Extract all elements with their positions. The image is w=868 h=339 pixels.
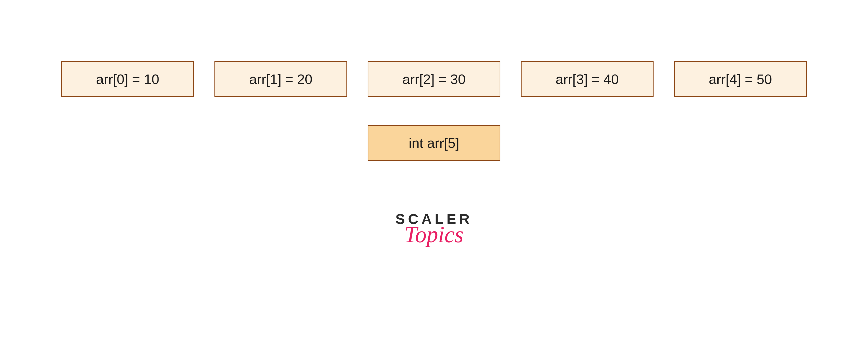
array-cell-label: arr[4] = 50	[709, 71, 772, 87]
array-cell-label: arr[0] = 10	[96, 71, 159, 87]
array-declaration-cell: int arr[5]	[368, 125, 500, 161]
logo-topics-text: Topics	[404, 223, 464, 246]
array-cell-3: arr[3] = 40	[521, 61, 654, 97]
array-elements-row: arr[0] = 10 arr[1] = 20 arr[2] = 30 arr[…	[0, 0, 868, 97]
array-cell-4: arr[4] = 50	[674, 61, 807, 97]
array-cell-label: arr[2] = 30	[402, 71, 466, 87]
array-cell-2: arr[2] = 30	[368, 61, 500, 97]
array-cell-label: arr[3] = 40	[556, 71, 619, 87]
array-declaration-label: int arr[5]	[409, 135, 459, 151]
scaler-topics-logo: SCALER Topics	[0, 212, 868, 246]
array-declaration-row: int arr[5]	[0, 125, 868, 161]
array-cell-0: arr[0] = 10	[61, 61, 194, 97]
array-cell-label: arr[1] = 20	[249, 71, 312, 87]
array-cell-1: arr[1] = 20	[214, 61, 347, 97]
